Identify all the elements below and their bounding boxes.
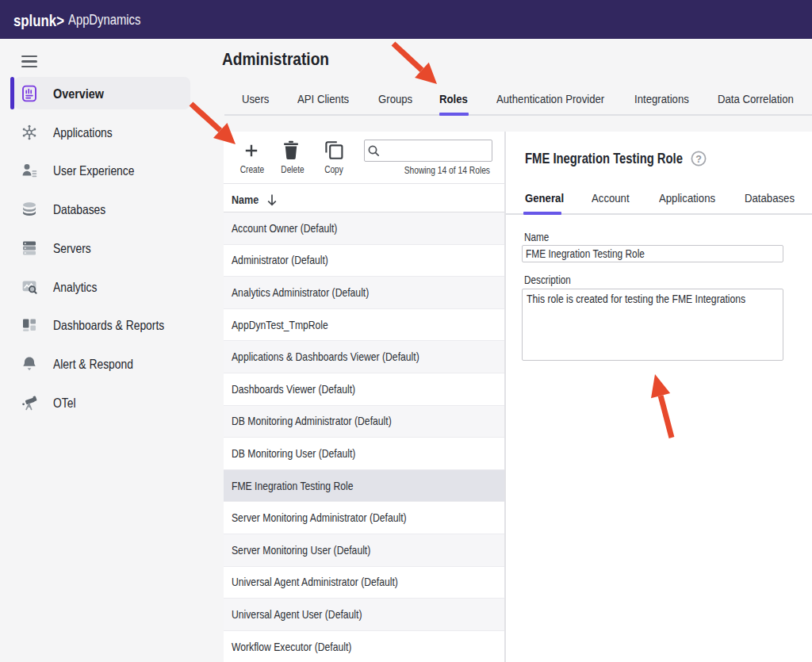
- svg-text:?: ?: [695, 154, 702, 165]
